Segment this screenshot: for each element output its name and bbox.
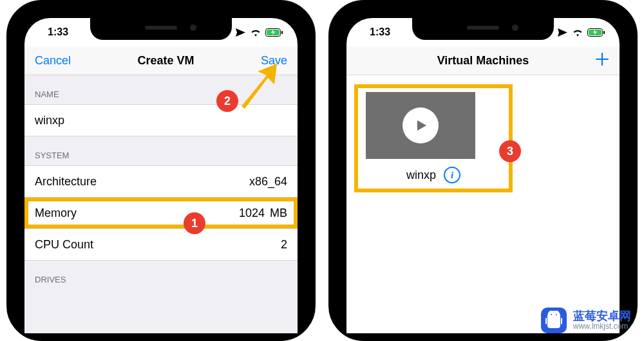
status-time: 1:33 bbox=[361, 26, 390, 38]
airplane-icon bbox=[557, 27, 568, 38]
navbar: Virtual Machines bbox=[346, 46, 620, 75]
battery-charging-icon bbox=[587, 28, 605, 37]
phone-screen: 1:33 Virtual Machines bbox=[346, 18, 620, 333]
name-value: winxp bbox=[35, 114, 64, 127]
phone-notch bbox=[412, 18, 554, 40]
phone-right: 1:33 Virtual Machines bbox=[328, 0, 638, 341]
plus-icon bbox=[595, 52, 609, 66]
add-vm-button[interactable] bbox=[595, 51, 609, 69]
annotation-badge-1: 1 bbox=[184, 212, 205, 234]
status-icons bbox=[557, 27, 605, 38]
memory-value: 1024 bbox=[239, 207, 265, 219]
phone-bezel: 1:33 Virtual Machines bbox=[328, 0, 638, 341]
wifi-icon bbox=[250, 28, 261, 37]
vm-grid: winxp i bbox=[346, 75, 620, 201]
wifi-icon bbox=[572, 28, 583, 37]
memory-label: Memory bbox=[35, 207, 77, 220]
page-title: Virtual Machines bbox=[437, 54, 529, 68]
memory-row[interactable]: Memory 1024MB bbox=[24, 198, 298, 229]
memory-value-wrap: 1024MB bbox=[234, 207, 287, 220]
phone-notch bbox=[90, 18, 232, 40]
battery-charging-icon bbox=[265, 28, 283, 37]
svg-rect-5 bbox=[603, 31, 605, 34]
architecture-label: Architecture bbox=[35, 175, 97, 189]
architecture-row[interactable]: Architecture x86_64 bbox=[24, 165, 298, 198]
status-time: 1:33 bbox=[39, 26, 68, 38]
section-header-system: SYSTEM bbox=[24, 136, 298, 165]
page-title: Create VM bbox=[137, 54, 194, 68]
airplane-icon bbox=[235, 27, 246, 38]
annotation-badge-2: 2 bbox=[216, 90, 238, 112]
watermark-text: 蓝莓安卓网 www.lmkjst.com bbox=[573, 310, 631, 331]
cpu-value: 2 bbox=[281, 238, 287, 252]
watermark-url: www.lmkjst.com bbox=[573, 322, 631, 331]
vm-card[interactable]: winxp i bbox=[354, 84, 513, 192]
play-icon bbox=[402, 107, 439, 143]
cpu-label: CPU Count bbox=[35, 238, 93, 252]
architecture-value: x86_64 bbox=[249, 175, 287, 189]
cpu-row[interactable]: CPU Count 2 bbox=[24, 229, 298, 261]
svg-point-7 bbox=[556, 314, 557, 315]
vm-card-label-row: winxp i bbox=[366, 167, 501, 183]
status-icons bbox=[235, 27, 283, 38]
watermark-logo-icon bbox=[541, 308, 567, 333]
svg-rect-2 bbox=[281, 31, 283, 34]
memory-unit: MB bbox=[270, 207, 287, 219]
svg-point-6 bbox=[551, 314, 552, 315]
phone-bezel: 1:33 Cancel Create VM Save NAME winxp bbox=[6, 0, 316, 341]
vm-thumbnail[interactable] bbox=[366, 92, 475, 159]
phone-left: 1:33 Cancel Create VM Save NAME winxp bbox=[6, 0, 316, 341]
annotation-arrow-icon bbox=[232, 61, 283, 113]
cancel-button[interactable]: Cancel bbox=[35, 54, 71, 68]
watermark-title: 蓝莓安卓网 bbox=[573, 310, 631, 323]
annotation-badge-3: 3 bbox=[499, 140, 521, 162]
watermark: 蓝莓安卓网 www.lmkjst.com bbox=[541, 308, 631, 333]
form: NAME winxp SYSTEM Architecture x86_64 Me… bbox=[24, 75, 298, 333]
info-icon[interactable]: i bbox=[444, 167, 460, 183]
vm-name: winxp bbox=[406, 169, 436, 182]
section-header-drives: DRIVES bbox=[24, 261, 298, 290]
